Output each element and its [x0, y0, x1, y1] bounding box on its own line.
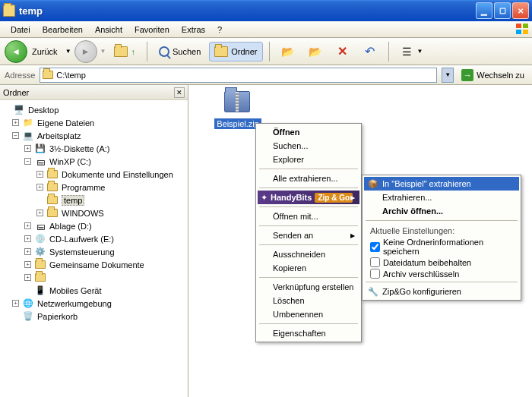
menu-extras[interactable]: Extras — [176, 23, 211, 36]
tree-node-netzwerk[interactable]: +🌐Netzwerkumgebung — [2, 297, 186, 310]
expand-icon[interactable]: + — [24, 248, 31, 255]
expand-icon[interactable]: + — [36, 210, 43, 216]
tree-node-winxp-c[interactable]: −🖴WinXP (C:) — [2, 155, 186, 168]
expand-icon[interactable]: + — [24, 274, 31, 281]
expand-icon[interactable]: + — [24, 222, 31, 229]
tree-node-papierkorb[interactable]: 🗑️Papierkorb — [2, 310, 186, 323]
expand-icon[interactable]: + — [12, 119, 19, 126]
up-button[interactable]: ↑ — [109, 42, 141, 61]
window-titlebar: temp ▁ ☐ ✕ — [0, 0, 532, 21]
menu-bearbeiten[interactable]: Bearbeiten — [36, 23, 89, 36]
address-dropdown-button[interactable]: ▼ — [442, 68, 454, 83]
forward-dropdown-icon[interactable]: ▼ — [100, 48, 106, 55]
tree-node-blurred[interactable]: + — [2, 271, 186, 284]
tree-node-desktop[interactable]: 🖥️Desktop — [2, 103, 186, 116]
up-arrow-icon: ↑ — [131, 47, 135, 56]
ctx-delete[interactable]: Löschen — [258, 294, 359, 307]
search-button[interactable]: Suchen — [154, 42, 206, 61]
tree-node-systemsteuerung[interactable]: +⚙️Systemsteuerung — [2, 245, 186, 258]
tree-node-temp[interactable]: temp — [2, 194, 186, 206]
file-list-area[interactable]: Beispiel.zip Öffnen Suchen... Explorer A… — [188, 85, 532, 397]
tree-node-diskette[interactable]: +💾3½-Diskette (A:) — [2, 142, 186, 155]
folder-icon — [43, 71, 53, 79]
menu-favoriten[interactable]: Favoriten — [128, 23, 176, 36]
ctx-explorer[interactable]: Explorer — [258, 153, 359, 166]
sub-extract-in-folder[interactable]: 📦In "Beispiel" extrahieren — [364, 177, 519, 191]
ctx-extract-all[interactable]: Alle extrahieren... — [258, 172, 359, 185]
menu-hilfe[interactable]: ? — [211, 23, 228, 36]
back-button[interactable] — [5, 40, 27, 63]
sub-extract[interactable]: Extrahieren... — [364, 191, 519, 204]
ctx-send-to[interactable]: Senden an — [258, 228, 359, 242]
sidebar-header: Ordner ✕ — [0, 85, 188, 100]
delete-button[interactable]: ✕ — [331, 42, 355, 61]
checkbox[interactable] — [370, 257, 380, 267]
go-button[interactable]: → Wechseln zu — [458, 68, 527, 83]
tree-node-dokumente[interactable]: +Dokumente und Einstellungen — [2, 168, 186, 181]
tree-node-ablage-d[interactable]: +🖴Ablage (D:) — [2, 219, 186, 232]
desktop-icon: 🖥️ — [13, 104, 25, 116]
folder-icon — [47, 209, 58, 217]
ctx-search[interactable]: Suchen... — [258, 139, 359, 153]
checkbox[interactable] — [370, 242, 380, 252]
address-input[interactable] — [56, 71, 434, 80]
undo-button[interactable]: ↶ — [358, 42, 382, 61]
tree-node-cdlaufwerk[interactable]: +💿CD-Laufwerk (E:) — [2, 232, 186, 245]
menu-ansicht[interactable]: Ansicht — [89, 23, 128, 36]
go-label: Wechseln zu — [477, 71, 524, 80]
ctx-properties[interactable]: Eigenschaften — [258, 326, 359, 340]
ctx-open-with[interactable]: Öffnen mit... — [258, 210, 359, 223]
expand-icon[interactable]: + — [24, 235, 31, 242]
separator — [259, 225, 358, 226]
floppy-icon: 💾 — [34, 143, 46, 155]
expand-icon[interactable]: + — [24, 261, 31, 268]
separator — [259, 323, 358, 324]
copyto-button[interactable]: 📂 — [303, 42, 328, 61]
minimize-button[interactable]: ▁ — [476, 2, 492, 19]
address-input-wrap[interactable] — [40, 68, 437, 83]
folders-button[interactable]: Ordner — [209, 42, 262, 61]
back-dropdown-icon[interactable]: ▼ — [65, 48, 71, 55]
folder-icon — [35, 273, 46, 282]
tree-node-programme[interactable]: +Programme — [2, 181, 186, 194]
tree-node-gemeinsame-dokumente[interactable]: +Gemeinsame Dokumente — [2, 258, 186, 271]
close-button[interactable]: ✕ — [512, 2, 529, 19]
ctx-create-shortcut[interactable]: Verknüpfung erstellen — [258, 280, 359, 294]
ctx-handybits-zipgo[interactable]: ✦ HandyBitsZip & Go — [258, 191, 359, 204]
copyto-icon: 📂 — [309, 45, 322, 58]
back-label[interactable]: Zurück — [30, 47, 62, 56]
menu-datei[interactable]: Datei — [5, 23, 36, 36]
tree-node-mobiles-geraet[interactable]: 📱Mobiles Gerät — [2, 284, 186, 297]
expand-icon[interactable]: + — [24, 145, 31, 152]
ctx-rename[interactable]: Umbenennen — [258, 307, 359, 321]
sub-chk-no-folderinfo[interactable]: Keine Ordnerinformationen speichern — [364, 237, 519, 257]
tree-node-eigene-dateien[interactable]: +📁Eigene Dateien — [2, 116, 186, 129]
svg-rect-0 — [516, 24, 521, 28]
folder-tree[interactable]: 🖥️Desktop +📁Eigene Dateien −💻Arbeitsplat… — [0, 100, 188, 397]
expand-icon[interactable]: + — [12, 300, 19, 307]
collapse-icon[interactable]: − — [12, 132, 19, 139]
expand-icon[interactable]: + — [36, 184, 43, 191]
tree-node-arbeitsplatz[interactable]: −💻Arbeitsplatz — [2, 129, 186, 142]
addressbar: Adresse ▼ → Wechseln zu — [0, 65, 532, 85]
maximize-button[interactable]: ☐ — [494, 2, 511, 19]
sub-chk-encrypt[interactable]: Archiv verschlüsseln — [364, 268, 519, 279]
collapse-icon[interactable]: − — [24, 158, 31, 165]
views-button[interactable]: ☰▼ — [395, 42, 429, 61]
sidebar-close-button[interactable]: ✕ — [174, 87, 185, 98]
expand-icon[interactable]: + — [36, 171, 43, 178]
ctx-open[interactable]: Öffnen — [258, 125, 359, 139]
moveto-button[interactable]: 📂 — [276, 42, 300, 61]
sub-open-archive[interactable]: Archiv öffnen... — [364, 204, 519, 218]
forward-button[interactable] — [74, 40, 97, 63]
sub-configure[interactable]: 🔧Zip&Go konfigurieren — [364, 285, 519, 298]
handybits-submenu: 📦In "Beispiel" extrahieren Extrahieren..… — [362, 175, 521, 301]
sub-chk-keep-date[interactable]: Dateidatum beibehalten — [364, 257, 519, 268]
tree-node-windows[interactable]: +WINDOWS — [2, 206, 186, 219]
folder-icon — [114, 46, 128, 57]
go-arrow-icon: → — [461, 69, 473, 81]
ctx-cut[interactable]: Ausschneiden — [258, 247, 359, 261]
checkbox[interactable] — [370, 269, 380, 279]
svg-rect-1 — [523, 24, 528, 28]
ctx-copy[interactable]: Kopieren — [258, 261, 359, 275]
